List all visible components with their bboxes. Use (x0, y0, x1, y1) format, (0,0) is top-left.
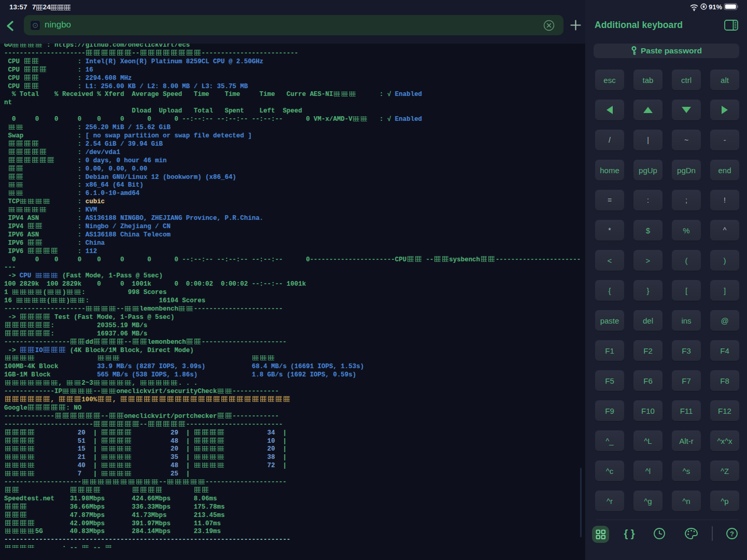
svg-text:?: ? (730, 530, 734, 538)
